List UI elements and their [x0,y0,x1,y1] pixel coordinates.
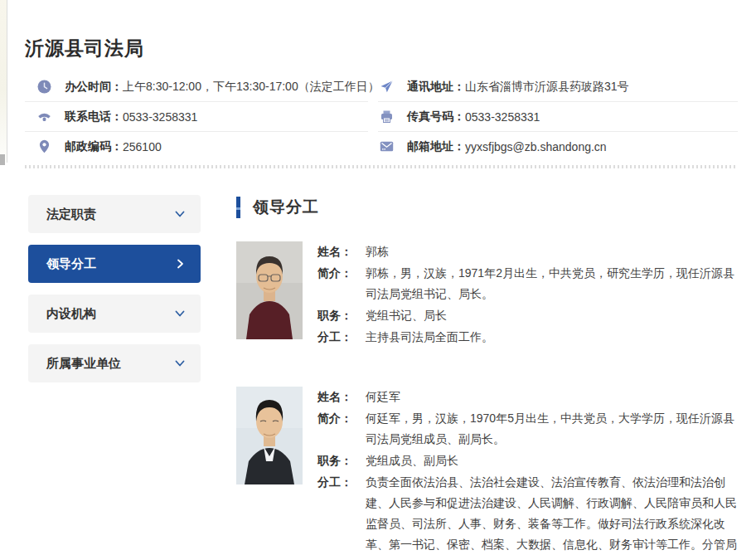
contact-value: 0533-3258331 [465,110,540,124]
chevron-down-icon [174,308,186,319]
contact-label: 传真号码： [407,110,465,124]
location-icon [37,139,51,153]
leader-bio: 何廷军，男，汉族，1970年5月出生，中共党员，大学学历，现任沂源县司法局党组成… [366,408,738,450]
sidebar-item-label: 法定职责 [46,207,96,222]
sidebar-item-statutory-duties[interactable]: 法定职责 [28,195,201,233]
contact-label: 邮箱地址： [407,139,465,154]
contact-fax: 传真号码： 0533-3258331 [378,102,738,132]
sidebar-item-label: 内设机构 [46,306,96,322]
leader-duty: 主持县司法局全面工作。 [366,327,738,348]
contact-label: 邮政编码： [65,139,123,154]
clock-icon [37,80,51,94]
duty-label: 分工： [317,472,366,555]
chevron-down-icon [174,208,186,220]
name-label: 姓名： [317,387,366,407]
chevron-right-icon [174,258,186,270]
sidebar-item-label: 所属事业单位 [46,356,121,372]
contact-phone: 联系电话： 0533-3258331 [25,102,368,132]
contact-office-hours: 办公时间： 上午8:30-12:00，下午13:30-17:00（法定工作日） [25,72,368,102]
contact-label: 联系电话： [65,110,123,124]
leader-position: 党组成员、副局长 [366,450,738,471]
bio-label: 简介： [317,408,366,450]
page-title: 沂源县司法局 [25,36,144,61]
leader-position-row: 职务： 党组书记、局长 [317,305,738,326]
leader-bio-row: 简介： 郭栋，男，汉族，1971年2月出生，中共党员，研究生学历，现任沂源县司法… [317,263,738,304]
sidebar-item-affiliated-institutions[interactable]: 所属事业单位 [28,344,201,382]
leader-name-row: 姓名： 郭栋 [317,241,738,262]
contact-label: 办公时间： [65,80,123,95]
send-icon [380,80,394,94]
leader-name: 郭栋 [366,241,738,262]
leader-photo [236,241,303,339]
contact-address: 通讯地址： 山东省淄博市沂源县药玻路31号 [378,72,738,102]
sidebar-item-label: 领导分工 [46,256,96,272]
contact-value: 256100 [123,140,162,153]
leader-bio: 郭栋，男，汉族，1971年2月出生，中共党员，研究生学历，现任沂源县司法局党组书… [366,263,738,304]
leader-bio-row: 简介： 何廷军，男，汉族，1970年5月出生，中共党员，大学学历，现任沂源县司法… [317,408,738,450]
section-marker-bar [236,197,240,218]
section-title: 领导分工 [253,197,319,218]
contact-label: 通讯地址： [407,80,465,95]
leader-info: 姓名： 郭栋 简介： 郭栋，男，汉族，1971年2月出生，中共党员，研究生学历，… [317,241,738,348]
sidebar-item-leadership-division[interactable]: 领导分工 [28,245,201,283]
leader-position: 党组书记、局长 [366,305,738,326]
contact-value: 0533-3258331 [123,110,197,124]
leader-card: 姓名： 郭栋 简介： 郭栋，男，汉族，1971年2月出生，中共党员，研究生学历，… [236,241,738,348]
section-header: 领导分工 [236,196,738,219]
sidebar: 法定职责 领导分工 内设机构 所属事业单位 [28,195,201,394]
leader-duty-row: 分工： 主持县司法局全面工作。 [317,327,738,348]
contact-value: 山东省淄博市沂源县药玻路31号 [465,80,629,95]
contact-postcode: 邮政编码： 256100 [25,132,368,161]
leader-info: 姓名： 何廷军 简介： 何廷军，男，汉族，1970年5月出生，中共党员，大学学历… [317,387,738,555]
name-label: 姓名： [317,241,366,262]
contact-email: 邮箱地址： yyxsfjbgs@zb.shandong.cn [378,132,738,161]
main-content: 领导分工 姓名： 郭栋 简介： 郭栋，男，汉族，1971年2月出生，中共党员，研… [236,196,738,555]
mail-icon [380,139,394,153]
page-edge-strip [0,0,7,163]
leader-card: 姓名： 何廷军 简介： 何廷军，男，汉族，1970年5月出生，中共党员，大学学历… [236,387,738,555]
leader-duty-row: 分工： 负责全面依法治县、法治社会建设、法治宣传教育、依法治理和法治创建、人民参… [317,472,738,555]
position-label: 职务： [317,450,366,471]
sidebar-item-internal-organs[interactable]: 内设机构 [28,295,201,333]
leader-duty: 负责全面依法治县、法治社会建设、法治宣传教育、依法治理和法治创建、人民参与和促进… [366,472,738,555]
phone-icon [37,110,51,124]
contact-value: yyxsfjbgs@zb.shandong.cn [465,140,607,153]
leader-position-row: 职务： 党组成员、副局长 [317,450,738,471]
leader-name-row: 姓名： 何廷军 [317,387,738,407]
leader-name: 何廷军 [366,387,738,407]
leader-photo [236,387,303,484]
contact-value: 上午8:30-12:00，下午13:30-17:00（法定工作日） [123,80,380,95]
bio-label: 简介： [317,263,366,304]
dotted-divider [25,165,738,168]
fax-icon [380,110,394,124]
position-label: 职务： [317,305,366,326]
contact-info-panel: 办公时间： 上午8:30-12:00，下午13:30-17:00（法定工作日） … [25,72,738,161]
chevron-down-icon [174,358,186,369]
duty-label: 分工： [317,327,366,348]
page-edge-notch [0,154,5,165]
